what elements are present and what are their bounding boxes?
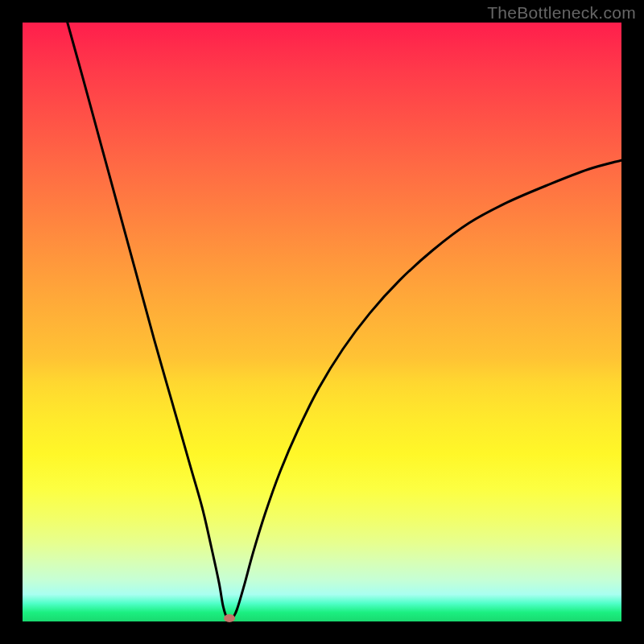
plot-area xyxy=(23,23,621,621)
curve-layer xyxy=(23,23,621,621)
optimum-marker xyxy=(224,614,235,622)
watermark-text: TheBottleneck.com xyxy=(487,3,636,23)
bottleneck-curve xyxy=(68,23,621,620)
chart-container: TheBottleneck.com xyxy=(0,0,644,644)
